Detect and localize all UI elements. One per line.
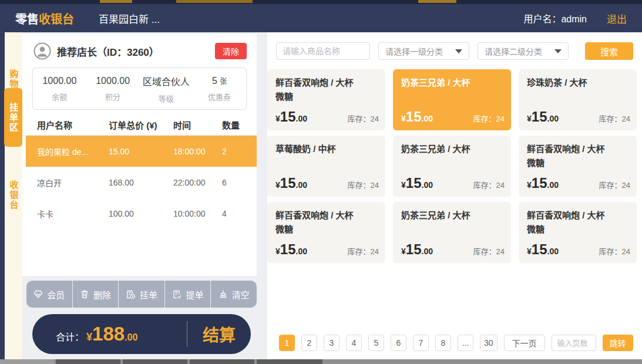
page-button[interactable]: 6 (391, 335, 406, 351)
username-label: 用户名：admin (523, 11, 587, 25)
held-orders-table: 用户名称 订单总价 (¥) 时间 数量 我的果粒 de... 15.00 18:… (22, 114, 257, 229)
stock-label: 库存：24 (599, 179, 630, 190)
table-header-row: 用户名称 订单总价 (¥) 时间 数量 (22, 114, 257, 136)
hold-order-button[interactable]: 挂单 (118, 281, 164, 308)
currency-symbol: ¥ (86, 331, 92, 343)
product-card[interactable]: 鲜百香双响炮 / 大杯微糖 ¥15.00库存：24 (267, 202, 385, 263)
left-rail (0, 32, 5, 359)
logo-text-cashier: 收银台 (39, 13, 74, 26)
taskbar-segment (123, 359, 187, 364)
total-amount: 188 (92, 323, 125, 345)
retrieve-order-button[interactable]: 提单 (164, 281, 211, 308)
chevron-down-icon (455, 49, 462, 53)
stock-label: 库存：24 (599, 113, 630, 124)
product-card[interactable]: 奶茶三兄弟 / 大杯 ¥15.00库存：24 (393, 202, 511, 263)
category-level2-select[interactable]: 请选择二级分类 (478, 42, 569, 60)
page-button[interactable]: 4 (346, 335, 362, 351)
pagination: 1 2 3 4 5 6 7 8 ... 30 下一页 跳转 (279, 335, 633, 351)
logout-link[interactable]: 退出 (607, 11, 627, 26)
taskbar-segment (190, 359, 254, 364)
page-button[interactable]: 2 (301, 335, 317, 351)
search-button[interactable]: 搜索 (585, 42, 633, 60)
product-card-selected[interactable]: 奶茶三兄弟 / 大杯 ¥15.00库存：24 (393, 69, 511, 130)
tab-hold-order-area[interactable]: 挂单区 (4, 88, 22, 147)
stock-label: 库存：24 (473, 245, 505, 257)
member-badge-icon (33, 289, 43, 299)
total-label: 合计： (56, 329, 84, 343)
order-actions-bar: 会员 删除 挂单 提单 清空 (26, 281, 257, 308)
product-card[interactable]: 草莓酸奶 / 中杯 ¥15.00库存：24 (267, 136, 385, 197)
member-order-panel: 推荐店长（ID：3260） 清除 1000.00 余额 1000.00 积分 区… (22, 34, 257, 276)
product-name-input[interactable] (276, 42, 370, 60)
table-row[interactable]: 卡卡 100.00 10:00:00 4 (22, 198, 257, 229)
checkout-bar: 合计： ¥ 188 .00 结算 (32, 314, 251, 354)
page-button[interactable]: 1 (279, 335, 295, 351)
stock-label: 库存：24 (348, 113, 379, 124)
clear-member-button[interactable]: 清除 (215, 43, 247, 59)
col-qty: 数量 (222, 119, 257, 131)
product-card[interactable]: 鲜百香双响炮 / 大杯微糖 ¥15.00库存：24 (519, 136, 637, 197)
product-card[interactable]: 珍珠奶茶 / 大杯 ¥15.00库存：24 (519, 69, 637, 130)
user-avatar-icon (33, 42, 51, 60)
window-top-remnant (0, 0, 642, 4)
remnant-fragment (176, 0, 253, 3)
app-header: 零售收银台 百果园白新 ... 用户名：admin 退出 (0, 4, 642, 32)
retrieve-order-icon (172, 289, 182, 299)
category-level1-select[interactable]: 请选择一级分类 (378, 42, 469, 60)
product-grid: 鲜百香双响炮 / 大杯微糖 ¥15.00库存：24 奶茶三兄弟 / 大杯 ¥15… (267, 69, 637, 263)
member-button[interactable]: 会员 (26, 281, 72, 308)
stock-label: 库存：24 (473, 179, 505, 190)
delete-button[interactable]: 删除 (72, 281, 119, 308)
member-row: 推荐店长（ID：3260） 清除 (22, 34, 257, 60)
jump-button[interactable]: 跳转 (603, 335, 633, 351)
sidebar-tabs: 购物区 挂单区 收银台 (5, 32, 22, 359)
product-card[interactable]: 奶茶三兄弟 / 大杯 ¥15.00库存：24 (393, 136, 511, 197)
page-button[interactable]: 8 (435, 335, 451, 351)
col-time: 时间 (173, 119, 222, 131)
stat-coupons: 5 张 优惠券 (193, 76, 246, 102)
page-button[interactable]: 30 (480, 335, 498, 351)
stock-label: 库存：24 (473, 113, 505, 124)
taskbar-segment (257, 359, 322, 364)
product-card[interactable]: 鲜百香双响炮 / 大杯微糖 ¥15.00库存：24 (267, 69, 385, 130)
stat-points: 1000.00 积分 (86, 76, 140, 102)
app-logo: 零售收银台 (15, 10, 74, 27)
page-number-input[interactable] (552, 335, 596, 351)
remnant-fragment (418, 0, 456, 3)
table-row[interactable]: 我的果粒 de... 15.00 18:00:00 2 (26, 136, 257, 167)
settle-button[interactable]: 结算 (187, 322, 251, 346)
page-ellipsis-button[interactable]: ... (458, 335, 473, 351)
remnant-fragment (100, 0, 132, 3)
logo-text-retail: 零售 (15, 13, 39, 26)
taskbar-remnant (0, 359, 642, 364)
product-panel: 请选择一级分类 请选择二级分类 搜索 鲜百香双响炮 / 大杯微糖 ¥15.00库… (267, 32, 642, 359)
page-button[interactable]: 3 (324, 335, 340, 351)
chevron-down-icon (554, 49, 562, 53)
stat-level: 区域合伙人 等级 (140, 74, 193, 104)
clear-all-button[interactable]: 清空 (210, 281, 257, 308)
order-total: 合计： ¥ 188 .00 (32, 323, 187, 345)
stock-label: 库存：24 (348, 179, 379, 190)
stat-balance: 1000.00 余额 (33, 76, 86, 102)
header-right: 用户名：admin 退出 (523, 11, 627, 26)
trash-icon (80, 289, 89, 299)
taskbar-segment (56, 359, 120, 364)
product-card[interactable]: 鲜百香双响炮 / 大杯微糖 ¥15.00库存：24 (519, 202, 637, 263)
page-button[interactable]: 5 (368, 335, 384, 351)
total-amount-decimal: .00 (125, 332, 137, 343)
clear-all-icon (219, 289, 228, 299)
col-user-name: 用户名称 (37, 119, 109, 131)
product-search-row: 请选择一级分类 请选择二级分类 搜索 (276, 42, 633, 60)
stock-label: 库存：24 (599, 245, 630, 257)
taskbar-segment (0, 359, 54, 364)
hold-order-icon (126, 289, 136, 299)
tab-cashier-area[interactable]: 收银台 (5, 163, 22, 227)
member-stats-box: 1000.00 余额 1000.00 积分 区域合伙人 等级 5 张 优惠券 (32, 68, 247, 110)
member-title: 推荐店长（ID：3260） (57, 44, 159, 59)
col-order-total: 订单总价 (¥) (109, 119, 173, 131)
table-row[interactable]: 凉白开 168.00 22:00:00 6 (22, 167, 257, 198)
stock-label: 库存：24 (348, 245, 379, 257)
page-button[interactable]: 7 (413, 335, 429, 351)
store-name: 百果园白新 ... (99, 11, 160, 26)
next-page-button[interactable]: 下一页 (504, 335, 545, 351)
